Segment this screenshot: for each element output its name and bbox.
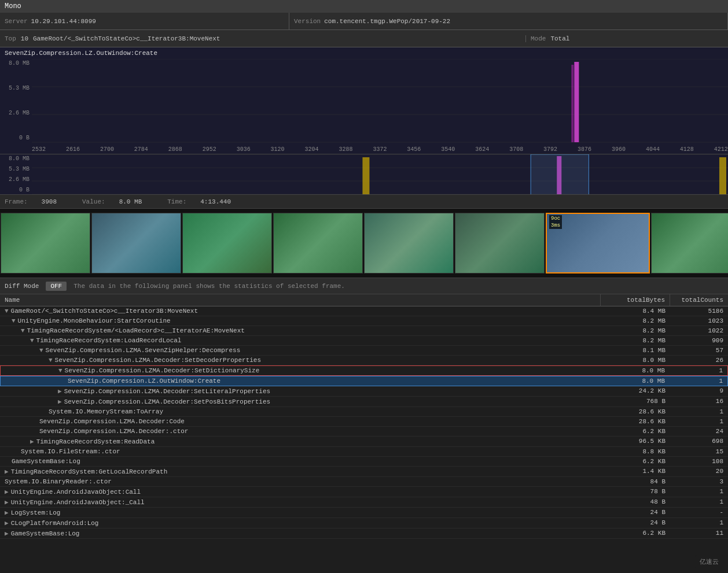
- table-row[interactable]: ▶LogSystem:Log 24 B -: [0, 508, 728, 518]
- td-bytes: 8.2 MB: [601, 336, 670, 345]
- svg-rect-4: [574, 62, 579, 142]
- td-name: ▼SevenZip.Compression.LZMA.SevenZipHelpe…: [0, 346, 601, 355]
- table-row-red[interactable]: ▼SevenZip.Compression.LZMA.Decoder:SetDi…: [0, 365, 728, 376]
- table-row[interactable]: ▶CLogPlatformAndroid:Log 24 B 1: [0, 518, 728, 528]
- diff-toggle[interactable]: OFF: [46, 282, 67, 291]
- frame-info: Frame: 3908 Value: 8.0 MB Time: 4:13.440: [0, 195, 728, 209]
- table-row[interactable]: ▼TimingRaceRecordSystem:LoadRecordLocal …: [0, 336, 728, 346]
- table-row[interactable]: System.IO.BinaryReader:.ctor 84 B 3: [0, 477, 728, 487]
- table-row[interactable]: SevenZip.Compression.LZMA.Decoder:.ctor …: [0, 427, 728, 437]
- top-value: 10: [21, 35, 28, 42]
- td-name: ▶LogSystem:Log: [0, 508, 601, 517]
- x-label-18: 4044: [646, 146, 660, 153]
- screenshot-2[interactable]: [182, 213, 272, 273]
- screenshots-strip[interactable]: 9oc 3ms: [0, 209, 728, 278]
- screenshot-3[interactable]: [273, 213, 363, 273]
- table-row[interactable]: ▼UnityEngine.MonoBehaviour:StartCoroutin…: [0, 316, 728, 326]
- x-label-16: 3876: [578, 146, 591, 153]
- table-container[interactable]: Name totalBytes totalCounts ▼GameRoot/<_…: [0, 294, 728, 539]
- screenshot-4[interactable]: [364, 213, 454, 273]
- td-bytes: 28.6 KB: [601, 417, 670, 426]
- diff-bar: Diff Mode OFF The data in the following …: [0, 278, 728, 294]
- td-counts: 11: [670, 528, 728, 538]
- table-row[interactable]: ▶UnityEngine.AndroidJavaObject:_Call 48 …: [0, 497, 728, 508]
- td-counts: 9: [670, 386, 728, 396]
- mini-y-3: 8.0 MB: [2, 156, 30, 162]
- svg-rect-13: [531, 154, 589, 195]
- x-label-2: 2700: [100, 146, 114, 153]
- version-cell: Version com.tencent.tmgp.WePop/2017-09-2…: [289, 13, 728, 29]
- table-row[interactable]: ▶SevenZip.Compression.LZMA.Decoder:SetLi…: [0, 386, 728, 397]
- table-row[interactable]: System.IO.MemoryStream:ToArray 28.6 KB 1: [0, 407, 728, 417]
- version-label: Version: [294, 18, 321, 25]
- td-counts: 108: [670, 457, 728, 466]
- td-name: ▶CLogPlatformAndroid:Log: [0, 518, 601, 528]
- td-name: ▼UnityEngine.MonoBehaviour:StartCoroutin…: [0, 316, 601, 326]
- table-row[interactable]: System.IO.FileStream:.ctor 8.8 KB 15: [0, 447, 728, 457]
- y-label-3: 8.0 MB: [2, 60, 30, 66]
- mini-overview[interactable]: 0 B 2.6 MB 5.3 MB 8.0 MB: [0, 154, 728, 195]
- td-bytes: 8.8 KB: [601, 447, 670, 456]
- table-row[interactable]: ▶TimingRaceRecordSystem:ReadData 96.5 KB…: [0, 437, 728, 447]
- table-row[interactable]: ▶SevenZip.Compression.LZMA.Decoder:SetPo…: [0, 397, 728, 407]
- td-name: ▼GameRoot/<_SwitchToStateCo>c__Iterator3…: [0, 306, 601, 316]
- td-bytes: 48 B: [601, 497, 670, 507]
- table-row[interactable]: SevenZip.Compression.LZMA.Decoder:Code 2…: [0, 417, 728, 427]
- screenshot-active[interactable]: 9oc 3ms: [546, 213, 650, 273]
- top-label: Top: [5, 35, 16, 42]
- mode-label: Mode: [531, 35, 546, 42]
- x-label-19: 4128: [680, 146, 694, 153]
- td-bytes: 96.5 KB: [601, 437, 670, 446]
- td-bytes: 8.0 MB: [600, 366, 670, 375]
- screenshot-7[interactable]: [651, 213, 728, 273]
- screenshot-5[interactable]: [455, 213, 545, 273]
- td-name: System.IO.FileStream:.ctor: [0, 447, 601, 456]
- td-counts: 20: [670, 467, 728, 476]
- td-bytes: 8.1 MB: [601, 346, 670, 355]
- x-label-20: 4212: [714, 146, 728, 153]
- x-label-9: 3288: [339, 146, 352, 153]
- td-bytes: 78 B: [601, 487, 670, 497]
- mini-y-labels: 0 B 2.6 MB 5.3 MB 8.0 MB: [0, 154, 32, 194]
- table-row[interactable]: GameSystemBase:Log 6.2 KB 108: [0, 457, 728, 467]
- mini-y-2: 5.3 MB: [2, 166, 30, 172]
- mini-svg: [32, 154, 728, 195]
- td-bytes: 6.2 KB: [601, 427, 670, 436]
- svg-rect-12: [719, 157, 726, 194]
- td-name: SevenZip.Compression.LZMA.Decoder:Code: [0, 417, 601, 426]
- table-row-selected[interactable]: SevenZip.Compression.LZ.OutWindow:Create…: [0, 376, 728, 386]
- td-bytes: 8.0 MB: [601, 356, 670, 365]
- td-bytes: 24.2 KB: [601, 386, 670, 396]
- table-row[interactable]: ▶UnityEngine.AndroidJavaObject:Call 78 B…: [0, 487, 728, 497]
- value-label: Value:: [82, 198, 105, 205]
- td-bytes: 24 B: [601, 508, 670, 517]
- graph-container[interactable]: SevenZip.Compression.LZ.OutWindow:Create…: [0, 47, 728, 154]
- screenshot-1[interactable]: [91, 213, 181, 273]
- table-row[interactable]: ▼SevenZip.Compression.LZMA.Decoder:SetDe…: [0, 356, 728, 365]
- title-bar: Mono: [0, 0, 728, 13]
- mini-y-1: 2.6 MB: [2, 176, 30, 183]
- x-axis: 2532 2616 2700 2784 2868 2952 3036 3120 …: [32, 146, 728, 153]
- td-name: ▶SevenZip.Compression.LZMA.Decoder:SetPo…: [0, 397, 601, 406]
- x-label-12: 3540: [441, 146, 455, 153]
- td-counts: 1: [670, 376, 727, 386]
- x-label-13: 3624: [475, 146, 489, 153]
- table-row[interactable]: ▼TimingRaceRecordSystem/<LoadRecord>c__I…: [0, 326, 728, 336]
- table-row[interactable]: ▼GameRoot/<_SwitchToStateCo>c__Iterator3…: [0, 306, 728, 316]
- svg-rect-5: [571, 65, 573, 142]
- server-cell: Server 10.29.101.44:8099: [0, 13, 289, 29]
- td-name: ▶UnityEngine.AndroidJavaObject:_Call: [0, 497, 601, 507]
- table-row[interactable]: ▶TimingRaceRecordSystem:GetLocalRecordPa…: [0, 467, 728, 477]
- td-counts: 1: [670, 407, 728, 416]
- diff-label: Diff Mode: [5, 283, 39, 290]
- screenshot-0[interactable]: [1, 213, 90, 273]
- td-name: System.IO.MemoryStream:ToArray: [0, 407, 601, 416]
- td-counts: 698: [670, 437, 728, 446]
- table-row[interactable]: ▼SevenZip.Compression.LZMA.SevenZipHelpe…: [0, 346, 728, 356]
- time-value: 4:13.440: [200, 198, 231, 205]
- td-counts: 1: [670, 487, 728, 497]
- x-label-5: 2952: [203, 146, 216, 153]
- td-name: SevenZip.Compression.LZ.OutWindow:Create: [1, 376, 600, 386]
- td-counts: 1023: [670, 316, 728, 326]
- table-row[interactable]: ▶GameSystemBase:Log 6.2 KB 11: [0, 528, 728, 539]
